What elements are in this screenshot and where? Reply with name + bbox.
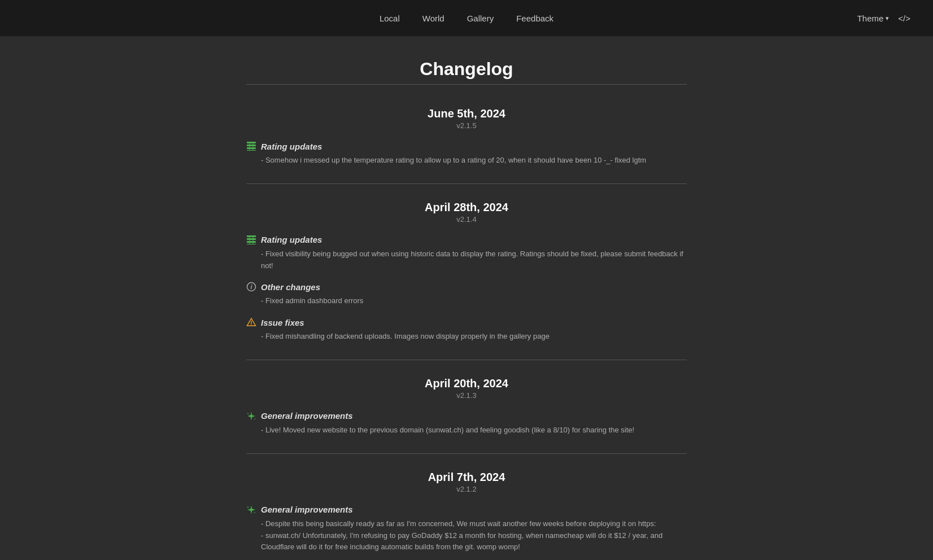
section-title-text: General improvements <box>261 411 353 421</box>
changelog-section: General improvements - Live! Moved new w… <box>246 411 687 436</box>
svg-rect-6 <box>247 235 256 237</box>
table-icon <box>246 235 256 245</box>
section-title-text: Issue fixes <box>261 318 304 327</box>
nav-local[interactable]: Local <box>380 14 400 23</box>
page-title: Changelog <box>246 59 687 80</box>
changelog-container: June 5th, 2024 v2.1.5 Rating updates - S… <box>246 107 687 560</box>
entry-date: April 28th, 2024 <box>246 201 687 214</box>
svg-rect-8 <box>247 241 256 243</box>
section-body: - Fixed mishandling of backend uploads. … <box>246 331 687 343</box>
changelog-section: General improvements - Despite this bein… <box>246 505 687 553</box>
svg-rect-2 <box>247 147 256 149</box>
nav-feedback[interactable]: Feedback <box>516 14 553 23</box>
section-body: - Live! Moved new website to the previou… <box>246 425 687 436</box>
entry-divider <box>246 360 687 360</box>
entry-version: v2.1.4 <box>246 215 687 224</box>
section-title-text: Rating updates <box>261 142 322 151</box>
section-body: - Somehow i messed up the temperature ra… <box>246 155 687 167</box>
warning-icon <box>246 317 256 327</box>
section-title: Rating updates <box>246 141 687 151</box>
entry-version: v2.1.2 <box>246 485 687 493</box>
chevron-down-icon: ▾ <box>886 15 889 22</box>
entry-date: April 20th, 2024 <box>246 377 687 390</box>
section-body: - Despite this being basically ready as … <box>246 518 687 553</box>
entry-version: v2.1.3 <box>246 391 687 400</box>
sparkle-icon <box>246 505 256 515</box>
svg-point-15 <box>251 324 252 325</box>
svg-rect-3 <box>247 150 256 151</box>
table-icon <box>246 141 256 151</box>
svg-rect-9 <box>247 244 256 244</box>
changelog-section: Rating updates - Fixed visibility being … <box>246 235 687 272</box>
section-title: General improvements <box>246 505 687 515</box>
section-title-text: Rating updates <box>261 235 322 244</box>
section-title: Rating updates <box>246 235 687 245</box>
changelog-entry: April 7th, 2024 v2.1.2 General improveme… <box>246 471 687 560</box>
entry-divider <box>246 453 687 454</box>
section-title: General improvements <box>246 411 687 421</box>
section-body: - Fixed visibility being bugged out when… <box>246 248 687 272</box>
nav-links: LocalWorldGalleryFeedback <box>23 14 910 23</box>
changelog-entry: April 28th, 2024 v2.1.4 Rating updates -… <box>246 201 687 360</box>
main-content: Changelog June 5th, 2024 v2.1.5 Rating u… <box>235 36 698 560</box>
nav-world[interactable]: World <box>422 14 444 23</box>
section-body: - Fixed admin dashboard errors <box>246 295 687 307</box>
navbar: LocalWorldGalleryFeedback Theme ▾ </> <box>0 0 933 36</box>
entry-version: v2.1.5 <box>246 121 687 130</box>
changelog-section: Issue fixes - Fixed mishandling of backe… <box>246 317 687 343</box>
svg-rect-0 <box>247 142 256 143</box>
section-title-text: General improvements <box>261 505 353 514</box>
changelog-section: i Other changes - Fixed admin dashboard … <box>246 282 687 307</box>
entry-date: June 5th, 2024 <box>246 107 687 120</box>
code-label: </> <box>898 14 910 23</box>
section-title-text: Other changes <box>261 282 320 292</box>
theme-label: Theme <box>857 14 884 23</box>
entry-divider <box>246 183 687 184</box>
changelog-entry: April 20th, 2024 v2.1.3 General improvem… <box>246 377 687 454</box>
nav-gallery[interactable]: Gallery <box>467 14 494 23</box>
svg-rect-7 <box>247 238 256 240</box>
svg-text:i: i <box>250 283 252 290</box>
changelog-section: Rating updates - Somehow i messed up the… <box>246 141 687 167</box>
title-divider <box>246 84 687 85</box>
changelog-entry: June 5th, 2024 v2.1.5 Rating updates - S… <box>246 107 687 184</box>
nav-right: Theme ▾ </> <box>857 14 910 23</box>
svg-rect-1 <box>247 145 256 146</box>
code-button[interactable]: </> <box>898 14 910 23</box>
info-icon: i <box>246 282 256 292</box>
section-title: i Other changes <box>246 282 687 292</box>
entry-date: April 7th, 2024 <box>246 471 687 484</box>
section-title: Issue fixes <box>246 317 687 327</box>
sparkle-icon <box>246 411 256 421</box>
theme-button[interactable]: Theme ▾ <box>857 14 890 23</box>
